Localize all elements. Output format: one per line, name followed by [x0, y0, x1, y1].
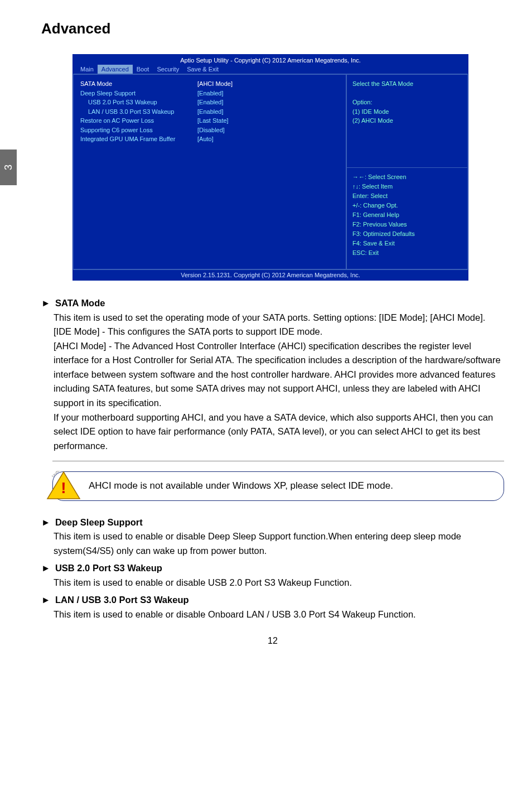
bios-key-hint: F2: Previous Values: [352, 220, 462, 229]
body-text: This item is used to enable or disable D…: [54, 529, 504, 558]
bios-setting-value: [Auto]: [197, 134, 259, 144]
bios-setting-label: Restore on AC Power Loss: [80, 116, 197, 126]
bios-setting-value: [Last State]: [197, 116, 259, 126]
bios-tabs: MainAdvancedBootSecuritySave & Exit: [73, 65, 468, 74]
bios-tab: Security: [153, 65, 183, 74]
bios-setting-row: Supporting C6 power Loss[Disabled]: [80, 126, 340, 135]
section-head-deep-sleep: ► Deep Sleep Support: [41, 515, 504, 530]
bios-settings-panel: SATA Mode[AHCI Mode]Deep Sleep Support[E…: [73, 74, 346, 269]
section-head-label: USB 2.0 Port S3 Wakeup: [55, 563, 162, 573]
section-head-label: LAN / USB 3.0 Port S3 Wakeup: [55, 595, 189, 605]
side-chapter-number: 3: [3, 165, 13, 170]
triangle-bullet-icon: ►: [41, 296, 50, 311]
bios-key-help: →←: Select Screen↑↓: Select ItemEnter: S…: [347, 168, 467, 269]
section-head-label: Deep Sleep Support: [55, 517, 143, 527]
bios-setting-row: Restore on AC Power Loss[Last State]: [80, 116, 340, 126]
divider: [52, 461, 504, 461]
body-text: This item is used to set the operating m…: [54, 311, 504, 325]
bios-setting-label: LAN / USB 3.0 Port S3 Wakeup: [80, 107, 197, 117]
bios-key-hint: ESC: Exit: [352, 248, 462, 258]
body-text: This item is used to enable or disable O…: [54, 608, 504, 622]
bios-help-option: (1) IDE Mode: [352, 107, 462, 117]
bios-setting-row: SATA Mode[AHCI Mode]: [80, 79, 340, 89]
bios-tab: Advanced: [98, 65, 133, 74]
body-text: This item is used to enable or disable U…: [54, 576, 504, 590]
bios-footer: Version 2.15.1231. Copyright (C) 2012 Am…: [73, 269, 468, 280]
bios-setting-label: Integrated GPU UMA Frame Buffer: [80, 134, 197, 144]
bios-setting-label: Supporting C6 power Loss: [80, 126, 197, 135]
bios-key-hint: +/-: Change Opt.: [352, 201, 462, 210]
section-head-label: SATA Mode: [55, 298, 105, 308]
bios-setting-value: [Disabled]: [197, 126, 259, 135]
caution-callout: ! CAUTION AHCI mode is not available und…: [52, 471, 504, 500]
section-head-lan-usb30: ► LAN / USB 3.0 Port S3 Wakeup: [41, 593, 504, 608]
page-title: Advanced: [41, 20, 504, 37]
bios-setting-row: Deep Sleep Support[Enabled]: [80, 89, 340, 98]
bios-key-hint: F4: Save & Exit: [352, 239, 462, 248]
bios-key-hint: F3: Optimized Defaults: [352, 229, 462, 239]
bios-setting-row: Integrated GPU UMA Frame Buffer[Auto]: [80, 134, 340, 144]
bios-header: Aptio Setup Utility - Copyright (C) 2012…: [73, 55, 468, 65]
section-head-sata-mode: ► SATA Mode: [41, 296, 504, 311]
body-text: [IDE Mode] - This configures the SATA po…: [54, 325, 504, 339]
bios-setting-row: LAN / USB 3.0 Port S3 Wakeup[Enabled]: [80, 107, 340, 117]
caution-text: AHCI mode is not available under Windows…: [89, 480, 393, 491]
bios-help-title: Select the SATA Mode: [352, 79, 462, 89]
triangle-bullet-icon: ►: [41, 593, 50, 608]
section-head-usb20: ► USB 2.0 Port S3 Wakeup: [41, 561, 504, 576]
svg-text:!: !: [61, 479, 66, 496]
bios-tab: Main: [76, 65, 98, 74]
bios-setting-value: [AHCI Mode]: [197, 79, 259, 89]
page-number: 12: [41, 636, 504, 646]
bios-setting-label: SATA Mode: [80, 79, 197, 89]
body-text: If your motherboard supporting AHCI, and…: [54, 411, 504, 454]
bios-help-description: Select the SATA Mode Option: (1) IDE Mod…: [347, 75, 467, 168]
bios-key-hint: →←: Select Screen: [352, 172, 462, 182]
bios-key-hint: Enter: Select: [352, 191, 462, 201]
bios-help-option: (2) AHCI Mode: [352, 116, 462, 126]
bios-key-hint: ↑↓: Select Item: [352, 182, 462, 191]
bios-help-option-label: Option:: [352, 98, 462, 107]
bios-setting-value: [Enabled]: [197, 98, 259, 107]
bios-setting-label: USB 2.0 Port S3 Wakeup: [80, 98, 197, 107]
triangle-bullet-icon: ►: [41, 515, 50, 530]
bios-screenshot: Aptio Setup Utility - Copyright (C) 2012…: [72, 54, 468, 281]
bios-key-hint: F1: General Help: [352, 210, 462, 220]
bios-setting-row: USB 2.0 Port S3 Wakeup[Enabled]: [80, 98, 340, 107]
body-text: [AHCI Mode] - The Advanced Host Controll…: [54, 339, 504, 411]
bios-tab: Boot: [133, 65, 153, 74]
bios-setting-label: Deep Sleep Support: [80, 89, 197, 98]
bios-setting-value: [Enabled]: [197, 107, 259, 117]
caution-triangle-icon: ! CAUTION: [46, 471, 81, 501]
triangle-bullet-icon: ►: [41, 561, 50, 576]
side-chapter-tab: 3: [0, 150, 17, 185]
bios-tab: Save & Exit: [183, 65, 223, 74]
bios-setting-value: [Enabled]: [197, 89, 259, 98]
